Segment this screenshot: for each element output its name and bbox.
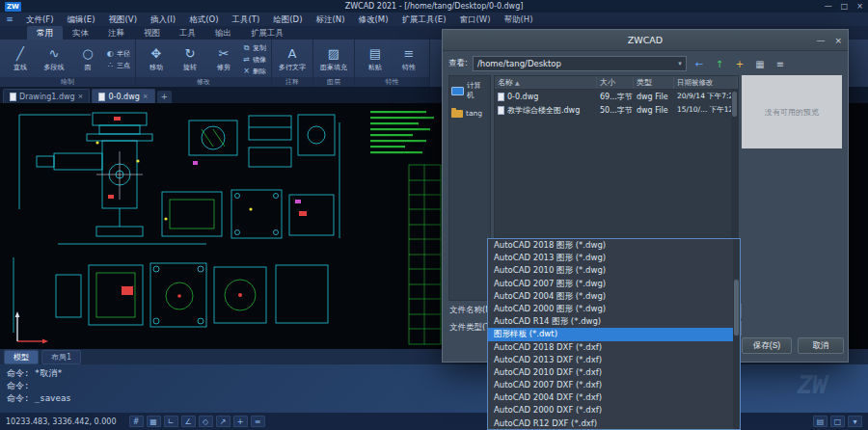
ribbon-tab-view[interactable]: 视图 <box>134 26 170 40</box>
ortho-icon[interactable]: ∟ <box>164 416 178 427</box>
file-type: dwg File <box>634 106 674 115</box>
tool-radius[interactable]: ◐ 半径 <box>106 49 130 59</box>
tool-line[interactable]: ╱ 直线 <box>5 46 36 72</box>
polyline-icon: ∿ <box>49 46 60 62</box>
filetype-option[interactable]: AutoCAD 2004 DXF (*.dxf) <box>488 391 740 404</box>
view-grid-icon[interactable]: ▦ <box>752 57 768 71</box>
maximize-icon[interactable]: □ <box>841 2 849 11</box>
tool-properties[interactable]: ≡ 特性 <box>393 46 424 72</box>
dialog-title: ZWCAD <box>628 35 663 45</box>
snap-icon[interactable]: # <box>129 416 144 427</box>
menu-file[interactable]: 文件(F) <box>19 13 61 26</box>
filetype-option[interactable]: AutoCAD R14 图形 (*.dwg) <box>488 315 740 328</box>
cancel-button[interactable]: 取消 <box>798 337 844 354</box>
ribbon-tab-solid[interactable]: 实体 <box>63 26 98 40</box>
grid-icon[interactable]: ▦ <box>147 416 161 427</box>
tool-paste[interactable]: ▤ 粘贴 <box>360 46 391 72</box>
minimize-icon[interactable]: — <box>825 2 832 11</box>
ribbon-tab-annotate[interactable]: 注释 <box>98 26 134 40</box>
close-tab-icon[interactable]: × <box>143 93 149 100</box>
filetype-option[interactable]: AutoCAD 2000 图形 (*.dwg) <box>488 303 740 315</box>
tool-mtext[interactable]: A 多行文字 <box>277 46 308 72</box>
ribbon-tab-home[interactable]: 常用 <box>27 26 63 40</box>
menu-modify[interactable]: 修改(M) <box>351 13 394 26</box>
menu-dimension[interactable]: 标注(N) <box>309 13 351 26</box>
close-icon[interactable]: × <box>856 2 863 11</box>
menu-format[interactable]: 格式(O) <box>182 13 225 26</box>
tab-layout1[interactable]: 布局1 <box>41 350 81 364</box>
fullscreen-icon[interactable]: □ <box>830 416 845 427</box>
filetype-option[interactable]: AutoCAD R12 DXF (*.dxf) <box>488 417 740 430</box>
file-row[interactable]: 教学综合楼全图.dwg 50...字节 dwg File 15/10/... 下… <box>495 103 738 117</box>
otrack-icon[interactable]: ↗ <box>216 416 231 427</box>
paste-icon: ▤ <box>369 46 381 62</box>
dialog-title-bar[interactable]: ZWCAD — × <box>443 30 848 51</box>
menu-express[interactable]: 扩展工具(E) <box>394 13 452 26</box>
tool-move[interactable]: ✥ 移动 <box>141 46 172 72</box>
dropdown-scrollbar[interactable] <box>733 239 740 429</box>
place-tang[interactable]: tang <box>451 108 488 118</box>
ribbon-tab-tools[interactable]: 工具 <box>170 26 205 40</box>
file-row[interactable]: 0-0.dwg 69...字节 dwg File 20/9/14 下午7:22 <box>495 90 738 103</box>
menu-draw[interactable]: 绘图(D) <box>266 13 309 26</box>
filetype-option[interactable]: AutoCAD 2000 DXF (*.dxf) <box>488 404 740 417</box>
scrollbar-thumb[interactable] <box>734 280 739 336</box>
filetype-option[interactable]: AutoCAD 2004 图形 (*.dwg) <box>488 290 740 303</box>
filetype-option[interactable]: AutoCAD 2018 图形 (*.dwg) <box>488 239 740 252</box>
tool-three-point[interactable]: ∴ 三点 <box>106 61 130 70</box>
filetype-option[interactable]: AutoCAD 2010 DXF (*.dxf) <box>488 366 740 379</box>
tool-copy[interactable]: ⧉ 复制 <box>242 43 266 53</box>
column-type[interactable]: 类型 <box>634 76 674 89</box>
filetype-option-selected[interactable]: 图形样板 (*.dwt) <box>488 328 740 340</box>
tool-mirror[interactable]: ⇌ 镜像 <box>242 55 266 65</box>
annotation-scale-icon[interactable]: ▤ <box>813 416 827 427</box>
back-icon[interactable]: ← <box>692 57 707 71</box>
tab-model[interactable]: 模型 <box>4 350 39 364</box>
save-button[interactable]: 保存(S) <box>742 337 792 354</box>
dynamic-input-icon[interactable]: + <box>233 416 248 427</box>
tool-label: 复制 <box>253 43 266 53</box>
menu-edit[interactable]: 编辑(E) <box>61 13 102 26</box>
osnap-icon[interactable]: ◇ <box>199 416 213 427</box>
filetype-option[interactable]: AutoCAD 2013 DXF (*.dxf) <box>488 354 740 366</box>
column-modified[interactable]: 日期被修改 <box>674 76 738 89</box>
filetype-option[interactable]: AutoCAD 2007 DXF (*.dxf) <box>488 379 740 391</box>
doc-tab-drawing1[interactable]: Drawing1.dwg × <box>3 89 90 103</box>
view-list-icon[interactable]: ≡ <box>773 57 788 71</box>
filetype-option[interactable]: AutoCAD 2013 图形 (*.dwg) <box>488 252 740 264</box>
status-more-icon[interactable]: ▾ <box>848 416 862 427</box>
dialog-minimize-icon[interactable]: — <box>816 36 825 45</box>
tool-trim[interactable]: ✂ 修剪 <box>208 46 239 72</box>
ribbon-tab-output[interactable]: 输出 <box>205 26 241 40</box>
tool-hatch[interactable]: ▨ 图案填充 <box>318 46 349 72</box>
path-combo[interactable]: /home/tang/Desktop ▾ <box>473 56 687 71</box>
scrollbar-thumb[interactable] <box>732 92 737 117</box>
tool-circle[interactable]: ○ 圆 <box>72 46 103 72</box>
ribbon-tab-express[interactable]: 扩展工具 <box>241 26 293 40</box>
copy-icon: ⧉ <box>242 43 251 53</box>
filetype-option[interactable]: AutoCAD 2007 图形 (*.dwg) <box>488 278 740 290</box>
new-folder-icon[interactable]: + <box>732 57 747 71</box>
menu-insert[interactable]: 插入(I) <box>144 13 182 26</box>
menu-view[interactable]: 视图(V) <box>102 13 144 26</box>
filetype-option[interactable]: AutoCAD 2010 图形 (*.dwg) <box>488 264 740 277</box>
up-one-level-icon[interactable]: ↑ <box>712 57 727 71</box>
close-tab-icon[interactable]: × <box>78 93 84 100</box>
menu-help[interactable]: 帮助(H) <box>498 13 540 26</box>
tool-label: 三点 <box>117 61 130 70</box>
menu-tools[interactable]: 工具(T) <box>225 13 266 26</box>
polar-icon[interactable]: ∠ <box>181 416 196 427</box>
place-computer[interactable]: 计算机 <box>451 81 488 100</box>
new-tab-icon[interactable]: + <box>157 91 172 103</box>
dialog-close-icon[interactable]: × <box>834 36 842 45</box>
tool-erase[interactable]: × 删除 <box>242 67 266 76</box>
menu-window[interactable]: 窗口(W) <box>452 13 497 26</box>
filetype-option[interactable]: AutoCAD 2018 DXF (*.dxf) <box>488 341 740 354</box>
column-name[interactable]: 名称 ▲ <box>495 76 597 89</box>
doc-tab-0-0[interactable]: 0-0.dwg × <box>92 89 154 103</box>
tool-polyline[interactable]: ∿ 多段线 <box>39 46 69 72</box>
app-menu-icon[interactable]: ≡ <box>0 14 19 24</box>
tool-rotate[interactable]: ↻ 旋转 <box>175 46 205 72</box>
column-size[interactable]: 大小 <box>597 76 634 89</box>
lineweight-icon[interactable]: ≡ <box>251 416 265 427</box>
